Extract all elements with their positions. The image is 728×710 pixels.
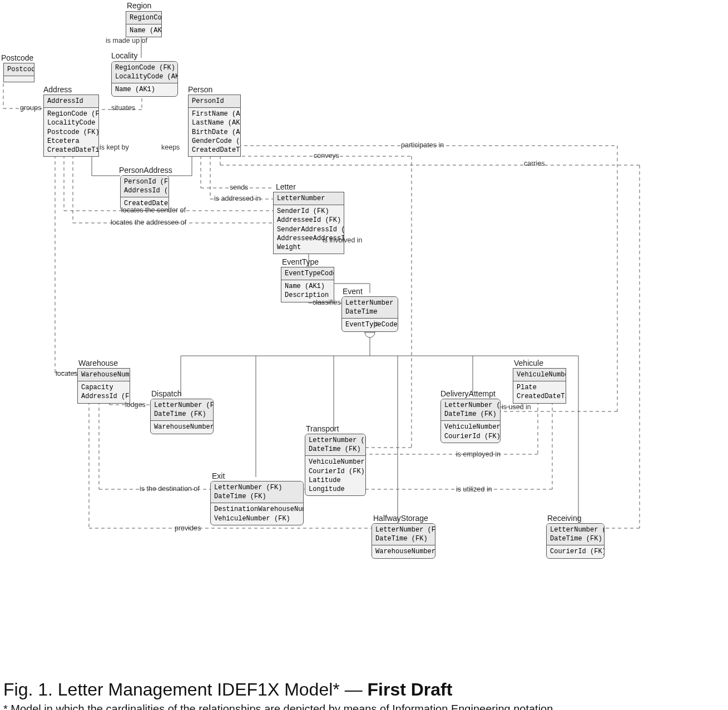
entity-attrs: EventTypeCode (FK) xyxy=(342,319,398,331)
entity-title-eventtype: EventType xyxy=(282,257,319,266)
rel-locates-addressee: locates the addressee of xyxy=(111,219,186,226)
entity-pk: LetterNumber (FK) DateTime xyxy=(342,297,398,319)
entity-pk: PersonId xyxy=(189,95,240,108)
rel-is-made-up-of: is made up of xyxy=(106,37,147,44)
entity-title-event: Event xyxy=(343,287,363,296)
rel-situates: situates xyxy=(111,104,135,112)
entity-pk: LetterNumber (FK) DateTime (FK) xyxy=(305,434,365,456)
entity-title-address: Address xyxy=(43,85,72,94)
entity-attrs: Plate CreatedDateTime xyxy=(513,381,566,403)
entity-warehouse: WarehouseNumber Capacity AddressId (FK) xyxy=(77,368,130,404)
entity-eventtype: EventTypeCode Name (AK1) Description (AK… xyxy=(281,267,334,302)
entity-attrs: Name (AK1) xyxy=(112,83,177,96)
entity-pk: RegionCode xyxy=(126,12,161,24)
rel-is: is xyxy=(374,320,379,327)
rel-is-employed-in: is employed in xyxy=(456,450,501,458)
entity-title-warehouse: Warehouse xyxy=(78,359,118,368)
entity-attrs: CourierId (FK) xyxy=(547,545,604,558)
caption-bold: First Draft xyxy=(368,679,453,699)
rel-provides: provides xyxy=(175,524,201,532)
entity-attrs: FirstName (AK1) LastName (AK1) BirthDate… xyxy=(189,108,240,156)
entity-postcode: Postcode xyxy=(3,63,34,82)
rel-is-addressed-in: is addressed in xyxy=(214,195,261,202)
entity-pk: EventTypeCode xyxy=(281,267,334,280)
entity-pk: LetterNumber (FK) DateTime (FK) xyxy=(441,399,500,421)
entity-attrs: RegionCode (FK) LocalityCode (FK) Postco… xyxy=(44,108,98,156)
entity-pk: VehiculeNumber xyxy=(513,369,566,381)
entity-personaddress: PersonId (FK) AddressId (FK) CreatedDate… xyxy=(120,175,169,211)
diagram-canvas: Region RegionCode Name (AK1) Postcode Po… xyxy=(0,0,728,710)
entity-pk: LetterNumber xyxy=(274,192,344,205)
rel-is-involved-in: is involved in xyxy=(323,236,363,244)
entity-pk: WarehouseNumber xyxy=(78,369,130,381)
entity-vehicule: VehiculeNumber Plate CreatedDateTime xyxy=(513,368,566,404)
entity-attrs: VehiculeNumber (FK) CourierId (FK) xyxy=(441,421,500,442)
entity-transport: LetterNumber (FK) DateTime (FK) Vehicule… xyxy=(305,434,366,496)
figure-footnote: * Model in which the cardinalities of th… xyxy=(3,703,553,710)
entity-title-deliveryattempt: DeliveryAttempt xyxy=(440,389,496,398)
entity-attrs xyxy=(4,76,34,82)
entity-pk: RegionCode (FK) (AK1) LocalityCode (AK1) xyxy=(112,62,177,83)
entity-attrs: DestinationWarehouseNumber (FK) Vehicule… xyxy=(211,503,303,524)
entity-event: LetterNumber (FK) DateTime EventTypeCode… xyxy=(341,296,398,332)
caption-prefix: Fig. 1. Letter Management IDEF1X Model* … xyxy=(3,679,368,699)
entity-region: RegionCode Name (AK1) xyxy=(126,11,162,37)
rel-is-destination: is the destination of xyxy=(140,485,200,493)
rel-conveys: conveys xyxy=(314,152,339,160)
entity-exit: LetterNumber (FK) DateTime (FK) Destinat… xyxy=(210,481,304,525)
entity-pk: PersonId (FK) AddressId (FK) xyxy=(121,176,169,197)
figure-caption: Fig. 1. Letter Management IDEF1X Model* … xyxy=(3,679,452,700)
rel-is-used-in: is used in xyxy=(502,403,531,411)
entity-title-person: Person xyxy=(188,85,212,94)
entity-person: PersonId FirstName (AK1) LastName (AK1) … xyxy=(188,95,241,157)
entity-letter: LetterNumber SenderId (FK) AddresseeId (… xyxy=(273,192,344,254)
entity-pk: LetterNumber (FK) DateTime (FK) xyxy=(151,399,213,421)
entity-title-transport: Transport xyxy=(306,424,339,433)
rel-locates: locates xyxy=(56,370,78,378)
rel-lodges: lodges xyxy=(125,401,146,409)
entity-receiving: LetterNumber (FK) DateTime (FK) CourierI… xyxy=(546,523,605,559)
entity-locality: RegionCode (FK) (AK1) LocalityCode (AK1)… xyxy=(111,61,178,97)
rel-classifies: classifies xyxy=(313,299,341,306)
rel-carries: carries xyxy=(524,160,545,167)
entity-pk: LetterNumber (FK) DateTime (FK) xyxy=(211,481,303,503)
entity-attrs: VehiculeNumber (FK) CourierId (FK) Latit… xyxy=(305,456,365,495)
entity-attrs: SenderId (FK) AddresseeId (FK) SenderAdd… xyxy=(274,205,344,254)
entity-title-locality: Locality xyxy=(111,51,137,60)
entity-dispatch: LetterNumber (FK) DateTime (FK) Warehous… xyxy=(150,399,214,434)
entity-title-personaddress: PersonAddress xyxy=(119,166,172,175)
rel-sends: sends xyxy=(230,183,248,191)
entity-pk: AddressId xyxy=(44,95,98,108)
entity-deliveryattempt: LetterNumber (FK) DateTime (FK) Vehicule… xyxy=(440,399,501,443)
rel-is-kept-by: is kept by xyxy=(100,143,129,151)
entity-attrs: WarehouseNumber (FK) xyxy=(151,421,213,433)
rel-groups: groups xyxy=(20,104,41,112)
entity-title-postcode: Postcode xyxy=(1,53,33,62)
rel-participates-in: participates in xyxy=(401,141,444,149)
entity-title-dispatch: Dispatch xyxy=(151,389,181,398)
entity-title-receiving: Receiving xyxy=(547,514,581,523)
entity-pk: Postcode xyxy=(4,63,34,76)
entity-title-exit: Exit xyxy=(212,471,225,480)
entity-attrs: Name (AK1) xyxy=(126,24,161,37)
rel-is-utilized-in: is utilized in xyxy=(456,485,492,493)
entity-pk: LetterNumber (FK) DateTime (FK) xyxy=(547,524,604,545)
rel-keeps: keeps xyxy=(161,143,180,151)
entity-title-region: Region xyxy=(127,1,151,10)
entity-attrs: WarehouseNumber (FK) xyxy=(372,545,435,558)
entity-title-vehicule: Vehicule xyxy=(514,359,543,368)
entity-halfwaystorage: LetterNumber (FK) DateTime (FK) Warehous… xyxy=(372,523,435,559)
relationship-lines xyxy=(0,0,728,710)
entity-attrs: Capacity AddressId (FK) xyxy=(78,381,130,403)
rel-locates-sender: locates the sender of xyxy=(121,206,186,214)
entity-pk: LetterNumber (FK) DateTime (FK) xyxy=(372,524,435,545)
entity-title-halfwaystorage: HalfwayStorage xyxy=(373,514,428,523)
entity-address: AddressId RegionCode (FK) LocalityCode (… xyxy=(43,95,99,157)
entity-title-letter: Letter xyxy=(276,182,296,191)
